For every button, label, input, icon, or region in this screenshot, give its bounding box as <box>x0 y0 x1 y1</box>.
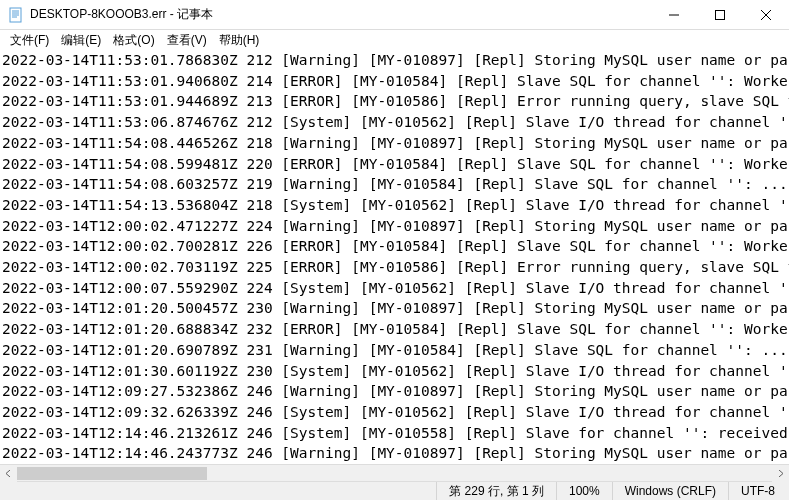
statusbar: 第 229 行, 第 1 列 100% Windows (CRLF) UTF-8 <box>0 481 789 500</box>
menu-help[interactable]: 帮助(H) <box>213 30 266 51</box>
svg-rect-6 <box>716 10 725 19</box>
minimize-button[interactable] <box>651 0 697 29</box>
scroll-thumb[interactable] <box>17 467 207 480</box>
notepad-icon <box>8 7 24 23</box>
log-line: 2022-03-14T12:00:07.559290Z 224 [System]… <box>2 278 787 299</box>
menu-edit[interactable]: 编辑(E) <box>55 30 107 51</box>
scroll-track[interactable] <box>17 465 772 481</box>
horizontal-scrollbar[interactable] <box>0 464 789 481</box>
menu-format[interactable]: 格式(O) <box>107 30 160 51</box>
log-line: 2022-03-14T11:53:01.944689Z 213 [ERROR] … <box>2 91 787 112</box>
status-zoom: 100% <box>556 482 612 500</box>
log-line: 2022-03-14T11:53:06.874676Z 212 [System]… <box>2 112 787 133</box>
log-line: 2022-03-14T11:54:08.603257Z 219 [Warning… <box>2 174 787 195</box>
log-line: 2022-03-14T11:54:08.599481Z 220 [ERROR] … <box>2 154 787 175</box>
menu-file[interactable]: 文件(F) <box>4 30 55 51</box>
maximize-button[interactable] <box>697 0 743 29</box>
status-line-ending: Windows (CRLF) <box>612 482 728 500</box>
log-line: 2022-03-14T12:14:46.213261Z 246 [System]… <box>2 423 787 444</box>
log-line: 2022-03-14T12:09:27.532386Z 246 [Warning… <box>2 381 787 402</box>
scroll-left-button[interactable] <box>0 465 17 482</box>
log-line: 2022-03-14T11:54:13.536804Z 218 [System]… <box>2 195 787 216</box>
menubar: 文件(F) 编辑(E) 格式(O) 查看(V) 帮助(H) <box>0 30 789 50</box>
log-line: 2022-03-14T12:00:02.471227Z 224 [Warning… <box>2 216 787 237</box>
log-line: 2022-03-14T11:53:01.940680Z 214 [ERROR] … <box>2 71 787 92</box>
log-line: 2022-03-14T12:01:20.690789Z 231 [Warning… <box>2 340 787 361</box>
menu-view[interactable]: 查看(V) <box>161 30 213 51</box>
log-line: 2022-03-14T12:14:46.243773Z 246 [Warning… <box>2 443 787 464</box>
log-line: 2022-03-14T12:00:02.703119Z 225 [ERROR] … <box>2 257 787 278</box>
scroll-right-button[interactable] <box>772 465 789 482</box>
status-position: 第 229 行, 第 1 列 <box>436 482 556 500</box>
text-area[interactable]: 2022-03-14T11:53:01.786830Z 212 [Warning… <box>0 50 789 464</box>
log-line: 2022-03-14T12:01:20.500457Z 230 [Warning… <box>2 298 787 319</box>
status-encoding: UTF-8 <box>728 482 787 500</box>
window-title: DESKTOP-8KOOOB3.err - 记事本 <box>30 6 651 23</box>
log-line: 2022-03-14T12:01:30.601192Z 230 [System]… <box>2 361 787 382</box>
log-line: 2022-03-14T12:09:32.626339Z 246 [System]… <box>2 402 787 423</box>
log-line: 2022-03-14T11:54:08.446526Z 218 [Warning… <box>2 133 787 154</box>
titlebar: DESKTOP-8KOOOB3.err - 记事本 <box>0 0 789 30</box>
log-line: 2022-03-14T12:00:02.700281Z 226 [ERROR] … <box>2 236 787 257</box>
close-button[interactable] <box>743 0 789 29</box>
log-line: 2022-03-14T11:53:01.786830Z 212 [Warning… <box>2 50 787 71</box>
log-line: 2022-03-14T12:01:20.688834Z 232 [ERROR] … <box>2 319 787 340</box>
window-controls <box>651 0 789 29</box>
